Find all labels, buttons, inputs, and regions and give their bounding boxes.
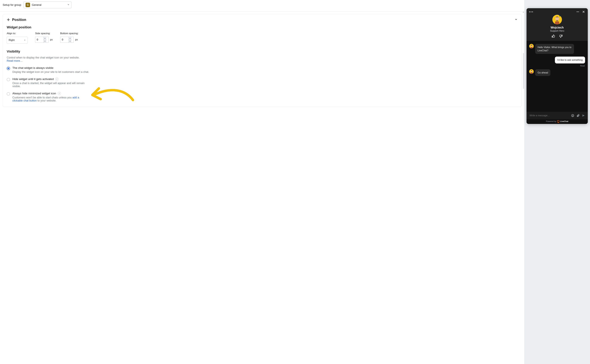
- read-receipt: Read: [529, 65, 585, 67]
- align-select[interactable]: Right: [7, 37, 28, 44]
- chevron-down-icon: [67, 4, 69, 6]
- scrollbar-thumb[interactable]: [523, 53, 524, 89]
- powered-by-brand: LiveChat: [560, 120, 568, 123]
- agent-message-row: Go ahead: [529, 69, 585, 76]
- visibility-option-hide-until-activated[interactable]: Hide widget until it gets activated i On…: [7, 78, 518, 88]
- bottom-spacing-spinner[interactable]: ▲ ▼: [68, 37, 72, 43]
- visibility-description: Control when to display the chat widget …: [7, 56, 518, 59]
- bottom-spacing-input[interactable]: [60, 38, 68, 41]
- info-icon[interactable]: i: [55, 78, 59, 81]
- option-title-text: Always hide minimized widget icon: [12, 92, 56, 95]
- side-spacing-spinner[interactable]: ▲ ▼: [43, 37, 46, 43]
- svg-marker-3: [9, 19, 10, 20]
- option-title: Always hide minimized widget icon i: [12, 92, 90, 95]
- svg-point-20: [572, 115, 572, 115]
- thumbs-up-icon[interactable]: [551, 34, 555, 38]
- emoji-icon[interactable]: [571, 114, 574, 117]
- presence-indicator-icon: [559, 15, 561, 16]
- visibility-readmore-link[interactable]: Read more…: [7, 59, 23, 62]
- option-title: The chat widget is always visible: [12, 66, 89, 70]
- livechat-logo-icon: [557, 120, 559, 123]
- svg-marker-1: [8, 21, 9, 21]
- attachment-icon[interactable]: [577, 114, 580, 117]
- collapse-chevron-icon[interactable]: [515, 18, 518, 21]
- svg-marker-2: [7, 19, 8, 20]
- radio-button[interactable]: [7, 92, 10, 96]
- chat-widget-preview: Wojciech Support Hero: [526, 8, 588, 124]
- agent-avatar-small: [529, 44, 534, 48]
- bottom-spacing-field[interactable]: ▲ ▼: [60, 37, 74, 43]
- group-name: General: [32, 3, 66, 6]
- option-title-text: The chat widget is always visible: [12, 66, 53, 70]
- svg-point-19: [571, 114, 574, 117]
- option-description: Customers won't be able to start chats u…: [12, 96, 90, 102]
- step-down-icon[interactable]: ▼: [69, 40, 72, 43]
- svg-rect-12: [555, 21, 559, 24]
- option-title: Hide widget until it gets activated i: [12, 78, 90, 81]
- chat-message-input[interactable]: [529, 114, 569, 117]
- option-description: Once a chat is started, the widget will …: [12, 82, 90, 88]
- step-up-icon[interactable]: ▲: [43, 37, 46, 40]
- position-panel: Position Widget position Align to: Right…: [3, 14, 522, 107]
- align-to-label: Align to:: [7, 32, 28, 35]
- visibility-option-always-visible[interactable]: The chat widget is always visible Displa…: [7, 66, 518, 74]
- unit-label: px: [50, 38, 53, 41]
- bottom-spacing-label: Bottom spacing:: [60, 32, 79, 35]
- visibility-heading: Visibility: [7, 50, 518, 53]
- close-icon[interactable]: [582, 10, 585, 13]
- svg-rect-5: [8, 20, 9, 20]
- minimize-icon[interactable]: [577, 12, 579, 12]
- radio-button[interactable]: [7, 78, 10, 81]
- thumbs-down-icon[interactable]: [559, 34, 563, 38]
- send-icon[interactable]: [582, 114, 585, 117]
- agent-message-row: Hello Visitor. What brings you to LiveCh…: [529, 44, 585, 54]
- group-selector[interactable]: G General: [24, 1, 71, 8]
- visitor-message-row: I'd like to ask something: [529, 57, 585, 64]
- svg-marker-6: [24, 40, 25, 41]
- option-desc-pre: Customers won't be able to start chats u…: [12, 96, 72, 99]
- agent-name: Wojciech: [551, 26, 564, 29]
- panel-title: Position: [12, 18, 26, 22]
- option-description: Display the widget icon on your site to …: [12, 71, 89, 74]
- agent-avatar-small: [529, 69, 534, 74]
- divider: [0, 11, 524, 12]
- more-menu-icon[interactable]: [529, 12, 533, 12]
- radio-button[interactable]: [7, 67, 10, 70]
- option-title-text: Hide widget until it gets activated: [12, 78, 54, 81]
- svg-rect-18: [531, 72, 532, 74]
- agent-role: Support Hero: [550, 30, 564, 32]
- option-desc-post: to your website.: [37, 99, 56, 102]
- svg-point-21: [573, 115, 573, 115]
- align-value: Right: [9, 39, 15, 42]
- svg-rect-15: [531, 47, 532, 48]
- setup-for-group-label: Setup for group: [3, 3, 21, 6]
- step-up-icon[interactable]: ▲: [69, 37, 72, 40]
- powered-by-label: Powered by LiveChat: [526, 119, 588, 124]
- move-icon: [7, 18, 10, 21]
- message-bubble: Go ahead: [535, 69, 551, 76]
- visibility-option-always-hide[interactable]: Always hide minimized widget icon i Cust…: [7, 92, 518, 102]
- agent-avatar: [552, 15, 562, 24]
- group-badge: G: [26, 3, 30, 7]
- side-spacing-input[interactable]: [35, 38, 43, 41]
- scroll-up-arrow-icon[interactable]: [523, 11, 524, 13]
- side-spacing-label: Side spacing:: [35, 32, 53, 35]
- info-icon[interactable]: i: [58, 92, 61, 95]
- message-bubble: Hello Visitor. What brings you to LiveCh…: [535, 44, 574, 54]
- side-spacing-field[interactable]: ▲ ▼: [35, 37, 49, 43]
- unit-label: px: [75, 38, 78, 41]
- message-bubble: I'd like to ask something: [555, 57, 585, 64]
- powered-by-text: Powered by: [546, 120, 556, 123]
- svg-marker-0: [8, 18, 9, 19]
- widget-position-heading: Widget position: [7, 25, 518, 29]
- step-down-icon[interactable]: ▼: [43, 40, 46, 43]
- scrollbar[interactable]: [523, 11, 524, 101]
- svg-marker-7: [523, 12, 524, 13]
